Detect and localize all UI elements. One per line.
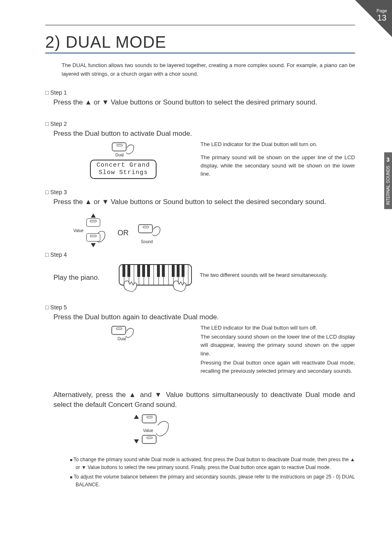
step-5-head: Step 5: [45, 304, 355, 311]
step-2-head: Step 2: [45, 121, 355, 127]
sound-button-diagram: Sound: [135, 222, 164, 244]
page-title: 2) DUAL MODE: [45, 33, 355, 54]
svg-rect-21: [137, 265, 140, 277]
step-4-body: Play the piano.: [53, 274, 111, 282]
alternative-text: Alternatively, press the ▲ and ▼ Value b…: [53, 390, 355, 410]
svg-rect-28: [182, 265, 184, 277]
svg-rect-2: [138, 225, 152, 233]
svg-rect-34: [147, 416, 152, 418]
svg-marker-38: [134, 439, 139, 444]
svg-text:Dual: Dual: [118, 337, 126, 341]
step-3: Step 3 Press the ▲ or ▼ Value buttons or…: [45, 189, 355, 255]
step-4-description: The two different sounds will be heard s…: [200, 271, 355, 284]
step-2-illustration: Dual Concert Grand Slow Strings: [53, 140, 193, 179]
svg-rect-19: [122, 265, 125, 277]
step-1: Step 1 Press the ▲ or ▼ Value buttons or…: [45, 89, 355, 107]
intro-paragraph: The DUAL function allows two sounds to b…: [62, 61, 355, 79]
svg-text:Value: Value: [143, 428, 153, 433]
svg-rect-22: [142, 265, 145, 277]
svg-rect-37: [147, 437, 152, 439]
keyboard-diagram: [118, 260, 192, 295]
svg-rect-26: [172, 265, 175, 277]
svg-rect-25: [162, 265, 165, 277]
svg-rect-20: [127, 265, 130, 277]
footnotes: To change the primary sound while Dual m…: [70, 456, 355, 489]
svg-rect-36: [142, 435, 156, 444]
svg-rect-30: [116, 328, 122, 330]
step-2: Step 2 Press the Dual button to activate…: [45, 121, 355, 183]
page-content: 2) DUAL MODE The DUAL function allows tw…: [0, 0, 392, 507]
svg-rect-1: [117, 144, 122, 146]
step-4-desc: The two different sounds will be heard s…: [200, 271, 355, 279]
lcd-display: Concert Grand Slow Strings: [90, 160, 157, 179]
alt-illustration: Value: [119, 413, 185, 448]
step-5-illustration: Dual: [53, 324, 193, 350]
step-5-description: The LED indicator for the Dual button wi…: [201, 324, 355, 380]
svg-rect-23: [147, 265, 150, 277]
svg-rect-24: [157, 265, 160, 277]
step-4: Step 4 Play the piano. The two differen: [45, 251, 355, 295]
step-2-body: Press the Dual button to activate Dual m…: [53, 130, 355, 138]
step-5-desc-3: Pressing the Dual button once again will…: [201, 359, 355, 375]
svg-rect-29: [112, 326, 126, 334]
svg-marker-32: [134, 415, 139, 419]
footnote-1: To change the primary sound while Dual m…: [70, 456, 355, 471]
step-5-desc-1: The LED indicator for the Dual button wi…: [201, 324, 355, 332]
lcd-line-1: Concert Grand: [97, 162, 150, 170]
value-up-button: [86, 218, 100, 227]
step-1-head: Step 1: [45, 89, 355, 96]
footnote-2: To adjust the volume balance between the…: [70, 473, 355, 489]
step-3-head: Step 3: [45, 189, 355, 195]
svg-rect-0: [112, 143, 126, 151]
dual-button-label: Dual: [101, 153, 138, 157]
svg-rect-33: [142, 415, 156, 423]
lcd-line-2: Slow Strings: [97, 169, 150, 177]
dual-button-diagram: Dual: [109, 140, 138, 157]
step-2-description: The LED indicator for the Dual button wi…: [201, 140, 355, 183]
step-1-body: Press the ▲ or ▼ Value buttons or Sound …: [53, 98, 355, 107]
top-rule: [45, 25, 355, 26]
triangle-up-icon: [91, 214, 96, 218]
value-label: Value: [74, 228, 84, 233]
step-2-desc-2: The primary sound will be shown on the u…: [201, 153, 355, 178]
step-3-illustration: Value OR Sound: [86, 210, 355, 255]
step-5: Step 5 Press the Dual button again to de…: [45, 304, 355, 380]
value-down-button: [86, 233, 100, 242]
svg-rect-27: [177, 265, 180, 277]
step-3-body: Press the ▲ or ▼ Value buttons or Sound …: [53, 198, 355, 206]
step-5-body: Press the Dual button again to deactivat…: [53, 313, 355, 321]
step-5-desc-2: The secondary sound shown on the lower l…: [201, 333, 355, 358]
step-2-desc-1: The LED indicator for the Dual button wi…: [201, 140, 355, 149]
or-text: OR: [118, 229, 129, 237]
svg-rect-3: [143, 226, 149, 228]
